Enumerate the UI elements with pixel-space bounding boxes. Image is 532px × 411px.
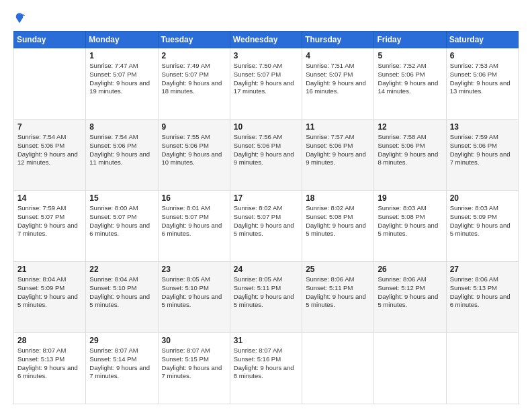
day-info: Sunrise: 7:56 AMSunset: 5:06 PMDaylight:… [234, 133, 298, 167]
day-number: 15 [89, 193, 154, 203]
logo-icon [13, 12, 26, 24]
day-number: 16 [162, 193, 226, 203]
day-info: Sunrise: 8:06 AMSunset: 5:11 PMDaylight:… [306, 275, 370, 310]
day-info: Sunrise: 8:04 AMSunset: 5:10 PMDaylight:… [89, 275, 154, 310]
day-info: Sunrise: 8:07 AMSunset: 5:13 PMDaylight:… [17, 347, 82, 381]
calendar-cell: 3Sunrise: 7:50 AMSunset: 5:07 PMDaylight… [230, 48, 302, 120]
day-info: Sunrise: 7:58 AMSunset: 5:06 PMDaylight:… [378, 133, 442, 167]
calendar-cell: 13Sunrise: 7:59 AMSunset: 5:06 PMDayligh… [446, 120, 518, 191]
calendar-cell: 16Sunrise: 8:01 AMSunset: 5:07 PMDayligh… [158, 191, 230, 262]
calendar-cell: 21Sunrise: 8:04 AMSunset: 5:09 PMDayligh… [14, 262, 86, 333]
calendar-cell: 2Sunrise: 7:49 AMSunset: 5:07 PMDaylight… [158, 48, 230, 120]
day-info: Sunrise: 8:05 AMSunset: 5:11 PMDaylight:… [234, 275, 298, 310]
header [13, 12, 519, 24]
day-info: Sunrise: 7:51 AMSunset: 5:07 PMDaylight:… [306, 62, 370, 96]
day-number: 2 [162, 51, 226, 60]
day-info: Sunrise: 7:50 AMSunset: 5:07 PMDaylight:… [234, 62, 298, 96]
day-number: 31 [234, 336, 298, 345]
weekday-header-sunday: Sunday [14, 32, 86, 48]
day-number: 3 [234, 51, 298, 60]
weekday-header-wednesday: Wednesday [230, 32, 302, 48]
weekday-header-friday: Friday [374, 32, 446, 48]
day-number: 11 [306, 122, 370, 132]
day-info: Sunrise: 7:54 AMSunset: 5:06 PMDaylight:… [89, 133, 154, 167]
weekday-header-row: SundayMondayTuesdayWednesdayThursdayFrid… [14, 32, 519, 48]
calendar-cell: 28Sunrise: 8:07 AMSunset: 5:13 PMDayligh… [14, 333, 86, 404]
day-number: 27 [450, 265, 515, 274]
calendar-cell: 29Sunrise: 8:07 AMSunset: 5:14 PMDayligh… [86, 333, 158, 404]
calendar-cell: 23Sunrise: 8:05 AMSunset: 5:10 PMDayligh… [158, 262, 230, 333]
calendar-cell: 27Sunrise: 8:06 AMSunset: 5:13 PMDayligh… [446, 262, 518, 333]
calendar-week-row: 7Sunrise: 7:54 AMSunset: 5:06 PMDaylight… [14, 120, 519, 191]
calendar-cell: 22Sunrise: 8:04 AMSunset: 5:10 PMDayligh… [86, 262, 158, 333]
calendar-cell: 1Sunrise: 7:47 AMSunset: 5:07 PMDaylight… [86, 48, 158, 120]
day-number: 14 [17, 193, 82, 203]
calendar-cell: 8Sunrise: 7:54 AMSunset: 5:06 PMDaylight… [86, 120, 158, 191]
day-number: 26 [378, 265, 442, 274]
calendar-cell: 7Sunrise: 7:54 AMSunset: 5:06 PMDaylight… [14, 120, 86, 191]
day-info: Sunrise: 8:02 AMSunset: 5:07 PMDaylight:… [234, 204, 298, 238]
day-info: Sunrise: 7:59 AMSunset: 5:06 PMDaylight:… [450, 133, 515, 167]
calendar-cell: 18Sunrise: 8:02 AMSunset: 5:08 PMDayligh… [302, 191, 374, 262]
calendar-cell: 26Sunrise: 8:06 AMSunset: 5:12 PMDayligh… [374, 262, 446, 333]
calendar-cell: 12Sunrise: 7:58 AMSunset: 5:06 PMDayligh… [374, 120, 446, 191]
calendar-cell: 25Sunrise: 8:06 AMSunset: 5:11 PMDayligh… [302, 262, 374, 333]
day-number: 28 [17, 336, 82, 345]
calendar-cell: 9Sunrise: 7:55 AMSunset: 5:06 PMDaylight… [158, 120, 230, 191]
day-number: 23 [162, 265, 226, 274]
page: SundayMondayTuesdayWednesdayThursdayFrid… [0, 0, 532, 411]
day-number: 4 [306, 51, 370, 60]
day-number: 1 [89, 51, 154, 60]
calendar-cell: 17Sunrise: 8:02 AMSunset: 5:07 PMDayligh… [230, 191, 302, 262]
day-number: 8 [89, 122, 154, 132]
calendar-week-row: 14Sunrise: 7:59 AMSunset: 5:07 PMDayligh… [14, 191, 519, 262]
calendar-cell: 20Sunrise: 8:03 AMSunset: 5:09 PMDayligh… [446, 191, 518, 262]
day-number: 25 [306, 265, 370, 274]
day-info: Sunrise: 7:52 AMSunset: 5:06 PMDaylight:… [378, 62, 442, 96]
calendar-week-row: 28Sunrise: 8:07 AMSunset: 5:13 PMDayligh… [14, 333, 519, 404]
day-info: Sunrise: 8:01 AMSunset: 5:07 PMDaylight:… [162, 204, 226, 238]
calendar-cell: 24Sunrise: 8:05 AMSunset: 5:11 PMDayligh… [230, 262, 302, 333]
weekday-header-monday: Monday [86, 32, 158, 48]
day-info: Sunrise: 8:04 AMSunset: 5:09 PMDaylight:… [17, 275, 82, 310]
calendar-cell [14, 48, 86, 120]
day-info: Sunrise: 8:07 AMSunset: 5:14 PMDaylight:… [89, 347, 154, 381]
weekday-header-tuesday: Tuesday [158, 32, 230, 48]
day-info: Sunrise: 8:06 AMSunset: 5:13 PMDaylight:… [450, 275, 515, 310]
weekday-header-saturday: Saturday [446, 32, 518, 48]
calendar-week-row: 1Sunrise: 7:47 AMSunset: 5:07 PMDaylight… [14, 48, 519, 120]
day-number: 6 [450, 51, 515, 60]
day-info: Sunrise: 8:02 AMSunset: 5:08 PMDaylight:… [306, 204, 370, 238]
day-number: 24 [234, 265, 298, 274]
day-number: 18 [306, 193, 370, 203]
day-info: Sunrise: 8:07 AMSunset: 5:15 PMDaylight:… [162, 347, 226, 381]
day-number: 19 [378, 193, 442, 203]
day-number: 12 [378, 122, 442, 132]
calendar-cell: 15Sunrise: 8:00 AMSunset: 5:07 PMDayligh… [86, 191, 158, 262]
calendar-cell: 4Sunrise: 7:51 AMSunset: 5:07 PMDaylight… [302, 48, 374, 120]
day-info: Sunrise: 8:03 AMSunset: 5:08 PMDaylight:… [378, 204, 442, 238]
day-number: 30 [162, 336, 226, 345]
weekday-header-thursday: Thursday [302, 32, 374, 48]
day-info: Sunrise: 8:05 AMSunset: 5:10 PMDaylight:… [162, 275, 226, 310]
calendar-cell: 19Sunrise: 8:03 AMSunset: 5:08 PMDayligh… [374, 191, 446, 262]
day-info: Sunrise: 7:53 AMSunset: 5:06 PMDaylight:… [450, 62, 515, 96]
day-info: Sunrise: 7:54 AMSunset: 5:06 PMDaylight:… [17, 133, 82, 167]
day-info: Sunrise: 8:00 AMSunset: 5:07 PMDaylight:… [89, 204, 154, 238]
calendar-cell: 11Sunrise: 7:57 AMSunset: 5:06 PMDayligh… [302, 120, 374, 191]
day-number: 17 [234, 193, 298, 203]
calendar-cell: 14Sunrise: 7:59 AMSunset: 5:07 PMDayligh… [14, 191, 86, 262]
day-info: Sunrise: 7:47 AMSunset: 5:07 PMDaylight:… [89, 62, 154, 96]
logo [13, 12, 28, 24]
day-info: Sunrise: 7:55 AMSunset: 5:06 PMDaylight:… [162, 133, 226, 167]
calendar-week-row: 21Sunrise: 8:04 AMSunset: 5:09 PMDayligh… [14, 262, 519, 333]
calendar-cell: 5Sunrise: 7:52 AMSunset: 5:06 PMDaylight… [374, 48, 446, 120]
day-number: 9 [162, 122, 226, 132]
day-number: 10 [234, 122, 298, 132]
calendar-table: SundayMondayTuesdayWednesdayThursdayFrid… [13, 31, 519, 404]
day-info: Sunrise: 7:59 AMSunset: 5:07 PMDaylight:… [17, 204, 82, 238]
calendar-cell [374, 333, 446, 404]
day-number: 22 [89, 265, 154, 274]
day-info: Sunrise: 8:03 AMSunset: 5:09 PMDaylight:… [450, 204, 515, 238]
day-number: 5 [378, 51, 442, 60]
